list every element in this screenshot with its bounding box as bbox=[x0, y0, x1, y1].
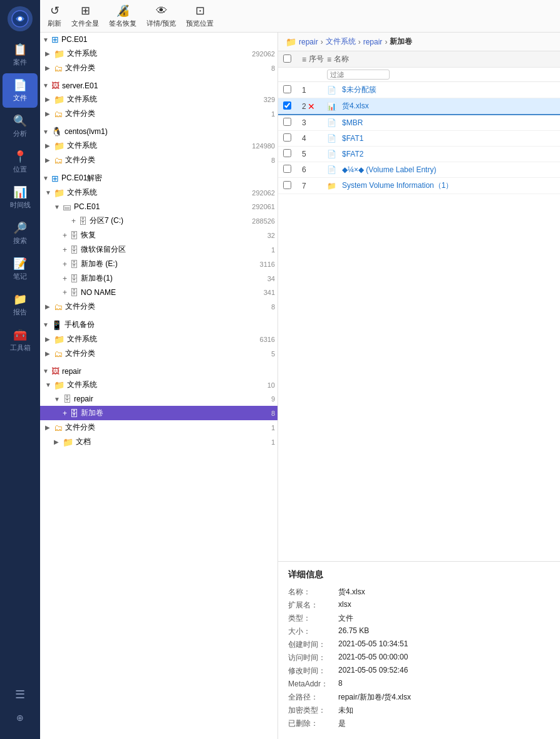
col-name-header: ≡ 名称 bbox=[327, 54, 555, 65]
row-checkbox[interactable] bbox=[283, 101, 302, 111]
select-all-checkbox[interactable] bbox=[283, 54, 291, 63]
row-checkbox[interactable] bbox=[283, 133, 302, 143]
tree-node-repair[interactable]: ▼ 🖼 repair bbox=[40, 364, 277, 378]
tree-node-new-volume-1[interactable]: + 🗄 新加卷(1) 34 bbox=[40, 271, 277, 286]
arrow-icon: ▶ bbox=[45, 142, 54, 149]
file-row-2[interactable]: 2✕ 📊 货4.xlsx bbox=[278, 98, 560, 115]
detail-preview-button[interactable]: 👁 详情/预览 bbox=[147, 4, 176, 28]
file-row-7[interactable]: 7 📁 System Volume Information（1） bbox=[278, 178, 560, 194]
sidebar-expand-button[interactable]: ⊕ bbox=[3, 708, 38, 728]
row-check-6[interactable] bbox=[283, 165, 291, 173]
tree-node-server-e01[interactable]: ▼ 🖼 server.E01 bbox=[40, 79, 277, 92]
node-count: 1 bbox=[266, 424, 275, 432]
tree-node-repair-inner[interactable]: ▼ 🗄 repair 9 bbox=[40, 392, 277, 406]
arrow-icon: ▼ bbox=[43, 128, 51, 135]
tree-node-repair-fs[interactable]: ▼ 📁 文件系统 10 bbox=[40, 378, 277, 392]
sidebar-item-tools[interactable]: 🧰 工具箱 bbox=[3, 323, 38, 358]
file-name[interactable]: ◆¼×◆ (Volume Label Entry) bbox=[342, 165, 555, 174]
node-label: 新加卷 bbox=[81, 408, 266, 418]
sidebar-item-timeline[interactable]: 📊 时间线 bbox=[3, 180, 38, 215]
node-label: 新加卷 (E:) bbox=[81, 259, 255, 269]
tree-node-new-volume-selected[interactable]: + 🗄 新加卷 8 bbox=[40, 406, 277, 420]
row-check-2[interactable] bbox=[283, 101, 291, 110]
arrow-icon: ▼ bbox=[43, 175, 51, 182]
row-check-3[interactable] bbox=[283, 118, 291, 126]
search-icon: 🔎 bbox=[13, 221, 27, 235]
sidebar-item-location[interactable]: 📍 位置 bbox=[3, 145, 38, 179]
file-name[interactable]: $未分配簇 bbox=[342, 85, 555, 95]
row-check-5[interactable] bbox=[283, 149, 291, 157]
tree-node-pc-e01-decrypt[interactable]: ▼ ⊞ PC.E01解密 bbox=[40, 171, 277, 185]
tree-node-server-fc[interactable]: ▶ 🗂 文件分类 1 bbox=[40, 106, 277, 121]
breadcrumb-item-repair[interactable]: repair bbox=[299, 38, 318, 46]
filter-input[interactable] bbox=[327, 70, 390, 80]
breadcrumb-item-filesystem[interactable]: 文件系统 bbox=[326, 36, 356, 47]
details-panel: 详细信息 名称： 货4.xlsx 扩展名： xlsx 类型： 文件 大小： 26… bbox=[278, 561, 560, 739]
tree-node-pc-e01-fc[interactable]: ▶ 🗂 文件分类 8 bbox=[40, 61, 277, 75]
detail-row-created: 创建时间： 2021-05-05 10:34:51 bbox=[288, 639, 550, 650]
tree-node-pc-e01[interactable]: ▼ ⊞ PC.E01 bbox=[40, 33, 277, 46]
row-num: 6 bbox=[302, 165, 327, 174]
tree-node-phone-fs[interactable]: ▶ 📁 文件系统 6316 bbox=[40, 332, 277, 346]
node-label: 文件分类 bbox=[65, 348, 266, 359]
tree-node-micro-reserve[interactable]: + 🗄 微软保留分区 1 bbox=[40, 242, 277, 257]
tree-node-new-volume-e[interactable]: + 🗄 新加卷 (E:) 3116 bbox=[40, 257, 277, 271]
node-label: 文件系统 bbox=[67, 187, 247, 198]
tree-node-decrypt-fc[interactable]: ▶ 🗂 文件分类 8 bbox=[40, 299, 277, 314]
file-all-button[interactable]: ⊞ 文件全显 bbox=[71, 4, 99, 28]
tree-node-pc-e01-inner[interactable]: ▼ 🖴 PC.E01 292061 bbox=[40, 200, 277, 214]
tree-node-centos-fc[interactable]: ▶ 🗂 文件分类 8 bbox=[40, 153, 277, 167]
sidebar-item-report[interactable]: 📁 报告 bbox=[3, 287, 38, 322]
breadcrumb-sep: › bbox=[358, 38, 361, 46]
row-checkbox[interactable] bbox=[283, 165, 302, 175]
node-label: repair bbox=[74, 395, 266, 403]
refresh-button[interactable]: ↺ 刷新 bbox=[48, 4, 61, 28]
file-row-3[interactable]: 3 📄 $MBR bbox=[278, 115, 560, 131]
row-checkbox[interactable] bbox=[283, 118, 302, 128]
tree-node-server-fs[interactable]: ▶ 📁 文件系统 329 bbox=[40, 92, 277, 106]
tree-node-phone[interactable]: ▼ 📱 手机备份 bbox=[40, 318, 277, 332]
folder-icon: 📁 bbox=[54, 49, 65, 59]
row-checkbox[interactable] bbox=[283, 85, 302, 95]
sidebar-item-notes[interactable]: 📝 笔记 bbox=[3, 252, 38, 286]
tree-node-pc-e01-fs[interactable]: ▶ 📁 文件系统 292062 bbox=[40, 46, 277, 61]
file-row-4[interactable]: 4 📄 $FAT1 bbox=[278, 131, 560, 147]
sidebar-menu-button[interactable]: ☰ bbox=[3, 683, 38, 706]
tree-node-no-name[interactable]: + 🗄 NO NAME 341 bbox=[40, 286, 277, 299]
sign-restore-button[interactable]: 🔏 签名恢复 bbox=[109, 4, 137, 28]
sidebar-item-case[interactable]: 📋 案件 bbox=[3, 38, 38, 72]
sidebar-item-file[interactable]: 📄 文件 bbox=[3, 73, 38, 108]
file-all-label: 文件全显 bbox=[71, 19, 99, 28]
row-checkbox[interactable] bbox=[283, 181, 302, 191]
sidebar-item-search[interactable]: 🔎 搜索 bbox=[3, 216, 38, 251]
tree-node-centos-fs[interactable]: ▶ 📁 文件系统 124980 bbox=[40, 138, 277, 153]
timeline-icon: 📊 bbox=[13, 185, 27, 199]
tree-node-phone-fc[interactable]: ▶ 🗂 文件分类 5 bbox=[40, 346, 277, 361]
file-row-6[interactable]: 6 📄 ◆¼×◆ (Volume Label Entry) bbox=[278, 162, 560, 178]
file-name[interactable]: $FAT1 bbox=[342, 134, 555, 143]
detail-value-created: 2021-05-05 10:34:51 bbox=[338, 639, 408, 650]
file-name[interactable]: $FAT2 bbox=[342, 150, 555, 158]
file-name[interactable]: 货4.xlsx bbox=[342, 101, 555, 111]
tree-node-decrypt-fs[interactable]: ▼ 📁 文件系统 292062 bbox=[40, 185, 277, 200]
node-label: 文件分类 bbox=[65, 63, 266, 73]
row-check-1[interactable] bbox=[283, 85, 291, 93]
breadcrumb-item-repair2[interactable]: repair bbox=[363, 38, 383, 46]
file-name[interactable]: System Volume Information（1） bbox=[342, 180, 555, 191]
row-check-7[interactable] bbox=[283, 181, 291, 189]
tree-node-recover[interactable]: + 🗄 恢复 32 bbox=[40, 228, 277, 242]
file-row-5[interactable]: 5 📄 $FAT2 bbox=[278, 147, 560, 162]
row-check-4[interactable] bbox=[283, 133, 291, 142]
detail-label: 创建时间： bbox=[288, 639, 338, 650]
detail-row-modified: 修改时间： 2021-05-05 09:52:46 bbox=[288, 666, 550, 676]
file-name[interactable]: $MBR bbox=[342, 118, 555, 127]
tree-node-repair-fc[interactable]: ▶ 🗂 文件分类 1 bbox=[40, 420, 277, 435]
tree-node-centos[interactable]: ▼ 🐧 centos(lvm1) bbox=[40, 125, 277, 138]
file-row-1[interactable]: 1 📄 $未分配簇 bbox=[278, 82, 560, 98]
preview-position-button[interactable]: ⊡ 预览位置 bbox=[186, 4, 214, 28]
tree-node-doc[interactable]: ▶ 📁 文档 1 bbox=[40, 435, 277, 449]
sidebar-item-analysis[interactable]: 🔍 分析 bbox=[3, 109, 38, 143]
row-checkbox[interactable] bbox=[283, 149, 302, 159]
xlsx-icon: 📊 bbox=[327, 102, 342, 111]
tree-node-partition7[interactable]: + + 🗄 分区7 (C:) 288526 bbox=[40, 214, 277, 228]
